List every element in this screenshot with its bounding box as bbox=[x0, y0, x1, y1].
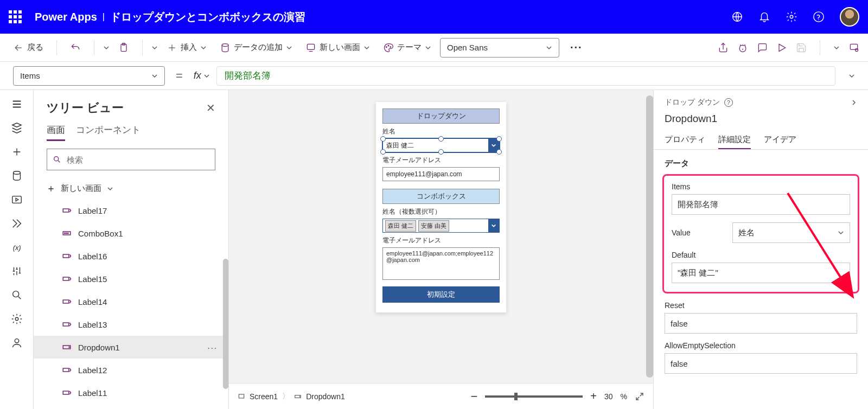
svg-point-9 bbox=[390, 46, 391, 47]
rail-tools[interactable] bbox=[10, 265, 23, 278]
chevron-down-icon[interactable] bbox=[103, 44, 110, 51]
rail-settings[interactable] bbox=[10, 312, 23, 325]
cb-email-field[interactable]: employee111@japan.com;employee112@japan.… bbox=[382, 247, 500, 280]
more-icon[interactable]: ··· bbox=[207, 343, 218, 352]
theme-button[interactable]: テーマ bbox=[379, 40, 436, 55]
chevron-right-icon[interactable] bbox=[851, 99, 857, 106]
svg-point-23 bbox=[68, 233, 69, 234]
tab-properties[interactable]: プロパティ bbox=[665, 131, 705, 150]
zoom-out[interactable]: − bbox=[470, 389, 477, 404]
rail-power-automate[interactable] bbox=[10, 217, 23, 230]
rail-media[interactable] bbox=[10, 193, 23, 206]
tree-item[interactable]: Label11 bbox=[34, 381, 228, 404]
tree-item[interactable]: ComboBox1 bbox=[34, 222, 228, 245]
dropdown-control[interactable]: 森田 健二 bbox=[382, 138, 500, 152]
search-input[interactable] bbox=[67, 155, 209, 164]
scrollbar[interactable] bbox=[223, 259, 228, 389]
chevron-down-icon[interactable] bbox=[833, 44, 840, 51]
breadcrumb[interactable]: Screen1 〉 Dropdown1 bbox=[238, 392, 345, 401]
svg-point-2 bbox=[814, 12, 824, 22]
tab-components[interactable]: コンポーネント bbox=[76, 120, 141, 141]
waffle-icon[interactable] bbox=[9, 10, 22, 23]
tree-item[interactable]: Label17 bbox=[34, 199, 228, 222]
chevron-down-icon bbox=[425, 44, 431, 51]
chip[interactable]: 森田 健二 bbox=[385, 220, 416, 232]
undo-button[interactable] bbox=[66, 40, 85, 55]
paste-button[interactable] bbox=[114, 40, 133, 55]
tree-item-label: Label14 bbox=[78, 297, 107, 306]
clipboard-icon bbox=[118, 42, 129, 53]
formula-input[interactable]: 開発部名簿 bbox=[216, 66, 835, 86]
tab-screens[interactable]: 画面 bbox=[47, 120, 65, 141]
chip[interactable]: 安藤 由美 bbox=[418, 220, 449, 232]
new-screen-button[interactable]: 新しい画面 bbox=[301, 40, 374, 55]
save-icon[interactable] bbox=[796, 42, 807, 53]
items-label: Items bbox=[672, 182, 850, 191]
add-data-button[interactable]: データの追加 bbox=[215, 40, 297, 55]
share-icon[interactable] bbox=[718, 42, 729, 53]
reset-input[interactable]: false bbox=[665, 313, 857, 334]
chevron-down-icon[interactable] bbox=[848, 73, 855, 79]
value-select[interactable]: 姓名 bbox=[732, 222, 850, 243]
allow-empty-input[interactable]: false bbox=[665, 353, 857, 374]
combobox-control[interactable]: 森田 健二 安藤 由美 bbox=[382, 219, 500, 233]
name-label: 姓名 bbox=[382, 127, 500, 136]
tree-item[interactable]: Label15 bbox=[34, 267, 228, 290]
tree-item[interactable]: Label12 bbox=[34, 359, 228, 381]
tree-item[interactable]: Dropdown1··· bbox=[34, 336, 228, 359]
scrollbar[interactable] bbox=[646, 95, 653, 378]
zoom-in[interactable]: + bbox=[590, 390, 597, 402]
new-screen-button[interactable]: 新しい画面 bbox=[34, 178, 228, 199]
insert-button[interactable]: 挿入 bbox=[162, 40, 211, 55]
default-input[interactable]: "森田 健二" bbox=[672, 263, 850, 283]
app-name: Power Apps bbox=[35, 11, 97, 23]
email-field[interactable]: employee111@japan.com bbox=[382, 167, 500, 181]
help-icon[interactable] bbox=[813, 11, 825, 23]
environment-icon[interactable] bbox=[731, 11, 743, 23]
breadcrumb-screen: Screen1 bbox=[250, 392, 278, 401]
svg-rect-25 bbox=[63, 277, 69, 280]
rail-hamburger[interactable] bbox=[10, 98, 23, 111]
checker-icon[interactable] bbox=[737, 42, 748, 53]
rail-ask[interactable] bbox=[10, 336, 23, 349]
left-rail: (x) bbox=[0, 90, 34, 409]
bell-icon[interactable] bbox=[758, 11, 770, 23]
search-icon bbox=[53, 155, 61, 164]
gear-icon[interactable] bbox=[786, 11, 797, 23]
items-input[interactable]: 開発部名簿 bbox=[672, 194, 850, 215]
expand-icon[interactable] bbox=[635, 392, 644, 401]
app-title: ドロップダウンとコンボボックスの演習 bbox=[110, 10, 305, 24]
rail-search[interactable] bbox=[10, 289, 23, 302]
svg-point-7 bbox=[386, 46, 387, 47]
fx-label[interactable]: fx bbox=[194, 70, 210, 81]
tree-item[interactable]: Label13 bbox=[34, 313, 228, 336]
font-dropdown[interactable]: Open Sans bbox=[440, 38, 559, 57]
dropdown-value: 森田 健二 bbox=[383, 141, 488, 150]
info-icon[interactable]: ? bbox=[724, 98, 733, 107]
tree-item[interactable]: Label14 bbox=[34, 290, 228, 313]
property-value: Items bbox=[20, 71, 40, 80]
chevron-down-icon[interactable] bbox=[151, 44, 158, 51]
new-screen-label: 新しい画面 bbox=[320, 42, 360, 53]
rail-insert[interactable] bbox=[10, 145, 23, 158]
back-button[interactable]: 戻る bbox=[9, 40, 48, 55]
zoom-slider[interactable] bbox=[485, 395, 583, 398]
comment-icon[interactable] bbox=[757, 42, 768, 53]
reset-button[interactable]: 初期設定 bbox=[382, 286, 500, 303]
app-canvas[interactable]: ドロップダウン 姓名 森田 健二 電子メールアドレス employee111@j… bbox=[376, 102, 506, 312]
tab-ideas[interactable]: アイデア bbox=[764, 131, 796, 150]
play-icon[interactable] bbox=[776, 42, 787, 53]
publish-icon[interactable] bbox=[848, 42, 859, 53]
rail-tree-view[interactable] bbox=[10, 122, 23, 135]
rail-variables[interactable]: (x) bbox=[10, 241, 23, 254]
property-dropdown[interactable]: Items bbox=[13, 66, 165, 86]
tree-search[interactable] bbox=[47, 149, 215, 170]
tab-advanced[interactable]: 詳細設定 bbox=[718, 131, 751, 150]
more-button[interactable]: ··· bbox=[564, 41, 589, 54]
avatar[interactable] bbox=[840, 7, 859, 27]
rail-data[interactable] bbox=[10, 169, 23, 182]
close-icon[interactable]: ✕ bbox=[206, 101, 215, 114]
svg-point-21 bbox=[65, 233, 66, 234]
tree-item[interactable]: Label16 bbox=[34, 245, 228, 267]
tree-item-label: Label15 bbox=[78, 274, 107, 284]
